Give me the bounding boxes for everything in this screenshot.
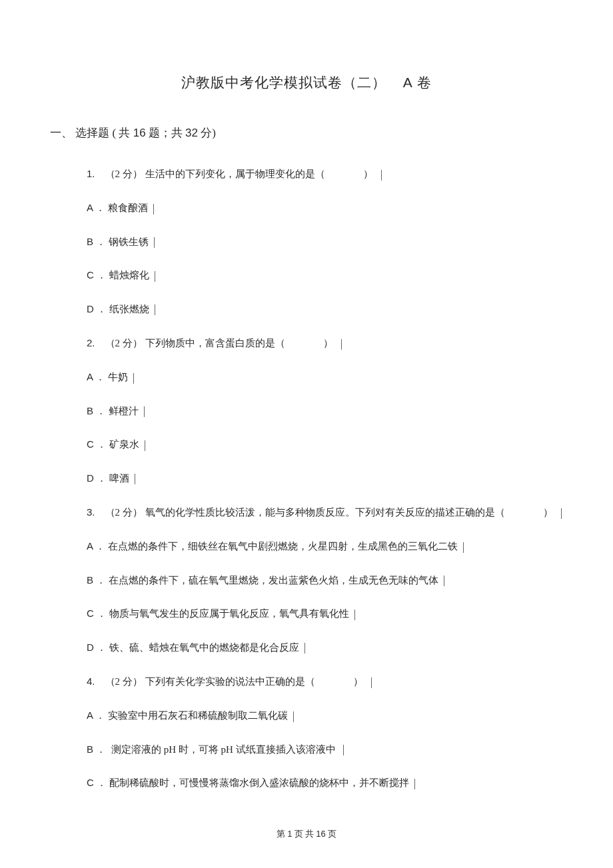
text-cursor-icon bbox=[343, 745, 344, 755]
section-num: 一、 bbox=[50, 127, 73, 139]
question-stem: 2. （2 分） 下列物质中，富含蛋白质的是（ ） bbox=[87, 335, 563, 351]
text-cursor-icon bbox=[133, 373, 134, 384]
option-a: A ．在点燃的条件下，细铁丝在氧气中剧烈燃烧，火星四射，生成黑色的三氧化二铁 bbox=[87, 539, 563, 554]
title-suffix-letter: A bbox=[403, 75, 413, 90]
option-b: B ．鲜橙汁 bbox=[87, 404, 563, 419]
option-c: C ．物质与氧气发生的反应属于氧化反应，氧气具有氧化性 bbox=[87, 606, 563, 622]
exam-title: 沪教版中考化学模拟试卷（二） A 卷 bbox=[50, 73, 563, 92]
section-name: 选择题 bbox=[75, 127, 109, 139]
option-d: D ．纸张燃烧 bbox=[87, 302, 563, 317]
text-cursor-icon bbox=[561, 508, 562, 519]
text-cursor-icon bbox=[154, 237, 155, 248]
option-a: A ．实验室中用石灰石和稀硫酸制取二氧化碳 bbox=[87, 708, 563, 723]
title-suffix-after: 卷 bbox=[417, 75, 432, 91]
text-cursor-icon bbox=[144, 406, 145, 417]
page-current: 1 bbox=[287, 829, 292, 839]
question-list: 1. （2 分） 生活中的下列变化，属于物理变化的是（ ） A ．粮食酿酒 B … bbox=[87, 166, 563, 791]
text-cursor-icon bbox=[155, 304, 155, 315]
section-q-count: 16 bbox=[133, 127, 146, 139]
text-cursor-icon bbox=[463, 542, 464, 553]
page-footer: 第 1 页 共 16 页 bbox=[0, 828, 613, 840]
option-b: B ．钢铁生锈 bbox=[87, 234, 563, 250]
page-total: 16 bbox=[316, 829, 325, 839]
text-cursor-icon bbox=[414, 779, 415, 789]
option-b: B ．在点燃的条件下，硫在氧气里燃烧，发出蓝紫色火焰，生成无色无味的气体 bbox=[87, 573, 563, 588]
text-cursor-icon bbox=[293, 711, 294, 722]
text-cursor-icon bbox=[153, 204, 154, 215]
text-cursor-icon bbox=[371, 677, 372, 688]
question-stem: 1. （2 分） 生活中的下列变化，属于物理变化的是（ ） bbox=[87, 166, 563, 182]
question-stem: 4. （2 分） 下列有关化学实验的说法中正确的是（ ） bbox=[87, 673, 563, 689]
text-cursor-icon bbox=[145, 440, 145, 451]
option-b: B ． 测定溶液的 pH 时，可将 pH 试纸直接插入该溶液中 bbox=[87, 742, 563, 757]
option-c: C ．矿泉水 bbox=[87, 437, 563, 452]
text-cursor-icon bbox=[305, 643, 305, 653]
option-a: A ．粮食酿酒 bbox=[87, 201, 563, 216]
option-a: A ．牛奶 bbox=[87, 370, 563, 385]
section-points: 32 bbox=[185, 127, 198, 139]
text-cursor-icon bbox=[135, 474, 135, 484]
text-cursor-icon bbox=[444, 576, 444, 586]
text-cursor-icon bbox=[354, 610, 355, 620]
option-d: D ．铁、硫、蜡烛在氧气中的燃烧都是化合反应 bbox=[87, 640, 563, 655]
option-d: D ．啤酒 bbox=[87, 471, 563, 486]
option-c: C ．配制稀硫酸时，可慢慢将蒸馏水倒入盛浓硫酸的烧杯中，并不断搅拌 bbox=[87, 775, 563, 791]
section-header: 一、 选择题 ( 共 16 题；共 32 分) bbox=[50, 125, 563, 141]
title-main: 沪教版中考化学模拟试卷（二） bbox=[181, 75, 386, 91]
option-c: C ．蜡烛熔化 bbox=[87, 268, 563, 283]
text-cursor-icon bbox=[341, 339, 342, 350]
question-stem: 3. （2 分） 氧气的化学性质比较活泼，能与多种物质反应。下列对有关反应的描述… bbox=[87, 504, 563, 520]
text-cursor-icon bbox=[155, 271, 155, 282]
text-cursor-icon bbox=[381, 170, 382, 181]
